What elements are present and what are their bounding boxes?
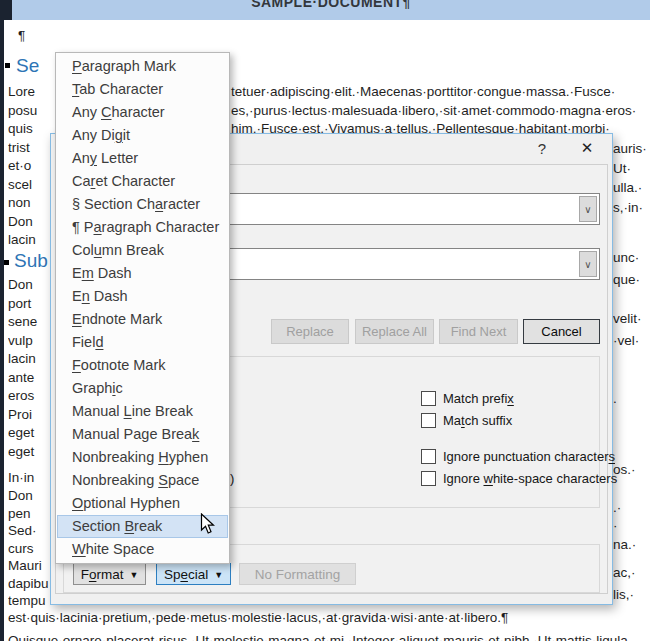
- menu-item-endnote-mark[interactable]: Endnote Mark: [56, 308, 229, 331]
- menu-item-caret-character[interactable]: Caret Character: [56, 170, 229, 193]
- document-line-fragment: port: [8, 296, 54, 313]
- document-line-fragment: ulla.·: [613, 180, 642, 195]
- document-line-fragment: unc·: [613, 250, 639, 265]
- match-prefix-checkbox[interactable]: Match prefix: [421, 391, 514, 406]
- menu-item-any-digit[interactable]: Any Digit: [56, 124, 229, 147]
- document-line-fragment: tetuer·adipiscing·elit.·Maecenas·porttit…: [231, 84, 615, 99]
- document-line-fragment: pen: [8, 506, 54, 523]
- checkbox-box-icon[interactable]: [421, 471, 436, 486]
- menu-item-en-dash[interactable]: En Dash: [56, 285, 229, 308]
- find-next-button: Find Next: [439, 319, 518, 344]
- ignore-punctuation-characters-checkbox[interactable]: Ignore punctuation characters: [421, 449, 615, 464]
- subsection-heading-fragment: Sub: [14, 250, 48, 272]
- document-line-fragment: Lore: [8, 84, 54, 101]
- document-line-fragment: s,·in·: [613, 200, 643, 215]
- match-suffix-checkbox[interactable]: Match suffix: [421, 413, 512, 428]
- dropdown-caret-icon: ▼: [129, 570, 138, 580]
- menu-item-tab-character[interactable]: Tab Character: [56, 78, 229, 101]
- document-line-fragment: Quisque·ornare·placerat·risus.·Ut·molest…: [8, 633, 628, 641]
- checkbox-label: Match prefix: [443, 391, 514, 406]
- selected-title-line[interactable]: SAMPLE·DOCUMENT¶: [12, 0, 650, 20]
- checkbox-label: Ignore punctuation characters: [443, 449, 615, 464]
- document-line-fragment: Ut·: [613, 161, 631, 176]
- document-line-fragment: non: [8, 195, 54, 212]
- menu-item-nonbreaking-hyphen[interactable]: Nonbreaking Hyphen: [56, 446, 229, 469]
- document-line-fragment: .: [613, 391, 617, 406]
- document-line-fragment: quis: [8, 121, 54, 138]
- document-line-fragment: dapibu: [8, 576, 54, 593]
- document-line-fragment: lis,·: [613, 587, 634, 602]
- word-document-window: SAMPLE·DOCUMENT¶ ¶ Se Sub tetuer·adipisc…: [0, 0, 650, 641]
- document-line-fragment: Don: [8, 488, 54, 505]
- document-line-fragment: tempu: [8, 593, 54, 610]
- dropdown-caret-icon: ▼: [214, 570, 223, 580]
- document-line-fragment: auris·: [613, 141, 647, 156]
- checkbox-box-icon[interactable]: [421, 391, 436, 406]
- menu-item-manual-line-break[interactable]: Manual Line Break: [56, 400, 229, 423]
- document-line-fragment: et·o: [8, 158, 54, 175]
- chevron-down-icon[interactable]: ∨: [579, 196, 597, 222]
- checkbox-label: Match suffix: [443, 413, 512, 428]
- menu-item-any-letter[interactable]: Any Letter: [56, 147, 229, 170]
- heading-bullet: [4, 260, 9, 265]
- checkbox-box-icon[interactable]: [421, 413, 436, 428]
- section-heading-fragment: Se: [16, 55, 39, 77]
- menu-item-column-break[interactable]: Column Break: [56, 239, 229, 262]
- document-line-fragment: ·vel·: [613, 333, 639, 348]
- pilcrow-mark: ¶: [18, 28, 25, 43]
- word-forms-label-fragment: ): [230, 471, 234, 486]
- chevron-down-icon[interactable]: ∨: [579, 251, 597, 277]
- replace-button: Replace: [271, 319, 349, 344]
- document-line-fragment: est·quis·lacinia·pretium,·pede·metus·mol…: [8, 610, 508, 625]
- menu-item-nonbreaking-space[interactable]: Nonbreaking Space: [56, 469, 229, 492]
- document-line-fragment: ·: [613, 518, 618, 533]
- document-line-fragment: trist: [8, 140, 54, 157]
- document-line-fragment: Mauri: [8, 558, 54, 575]
- mouse-cursor-icon: [200, 513, 215, 539]
- cancel-button[interactable]: Cancel: [523, 319, 600, 344]
- menu-item-white-space[interactable]: White Space: [56, 538, 229, 561]
- document-line-fragment: Don: [8, 214, 54, 231]
- menu-item-footnote-mark[interactable]: Footnote Mark: [56, 354, 229, 377]
- document-line-fragment: posu: [8, 103, 54, 120]
- document-line-fragment: eget: [8, 444, 54, 461]
- format-button[interactable]: Format▼: [73, 563, 146, 585]
- checkbox-label: Ignore white-space characters: [443, 471, 617, 486]
- ignore-white-space-characters-checkbox[interactable]: Ignore white-space characters: [421, 471, 617, 486]
- help-icon[interactable]: ?: [531, 140, 553, 160]
- special-characters-menu: Paragraph MarkTab CharacterAny Character…: [55, 52, 230, 564]
- menu-item-manual-page-break[interactable]: Manual Page Break: [56, 423, 229, 446]
- document-line-fragment: sene: [8, 314, 54, 331]
- document-line-fragment: velit·: [613, 311, 642, 326]
- no-formatting-button: No Formatting: [239, 563, 356, 585]
- document-line-fragment: que·: [613, 272, 640, 287]
- document-line-fragment: eros: [8, 388, 54, 405]
- document-line-fragment: ante: [8, 370, 54, 387]
- document-line-fragment: scel: [8, 177, 54, 194]
- document-line-fragment: ac,·: [613, 565, 636, 580]
- replace-all-button: Replace All: [355, 319, 434, 344]
- document-line-fragment: na.·: [613, 537, 636, 552]
- document-line-fragment: lacin: [8, 232, 54, 249]
- document-line-fragment: Proi: [8, 407, 54, 424]
- checkbox-box-icon[interactable]: [421, 449, 436, 464]
- document-line-fragment: In·in: [8, 470, 54, 487]
- menu-item-paragraph-character[interactable]: ¶ Paragraph Character: [56, 216, 229, 239]
- menu-item-section-character[interactable]: § Section Character: [56, 193, 229, 216]
- document-line-fragment: eget: [8, 425, 54, 442]
- menu-item-any-character[interactable]: Any Character: [56, 101, 229, 124]
- close-icon[interactable]: ✕: [573, 139, 601, 160]
- special-button[interactable]: Special▼: [156, 563, 231, 585]
- window-left-edge-top: [0, 0, 12, 20]
- menu-item-graphic[interactable]: Graphic: [56, 377, 229, 400]
- document-line-fragment: .·: [613, 500, 621, 515]
- menu-item-field[interactable]: Field: [56, 331, 229, 354]
- document-line-fragment: vulp: [8, 333, 54, 350]
- document-line-fragment: Sed·: [8, 523, 54, 540]
- menu-item-optional-hyphen[interactable]: Optional Hyphen: [56, 492, 229, 515]
- menu-item-em-dash[interactable]: Em Dash: [56, 262, 229, 285]
- document-title-text: SAMPLE·DOCUMENT¶: [251, 0, 411, 10]
- window-left-edge: [0, 0, 4, 641]
- menu-item-paragraph-mark[interactable]: Paragraph Mark: [56, 55, 229, 78]
- document-line-fragment: curs: [8, 541, 54, 558]
